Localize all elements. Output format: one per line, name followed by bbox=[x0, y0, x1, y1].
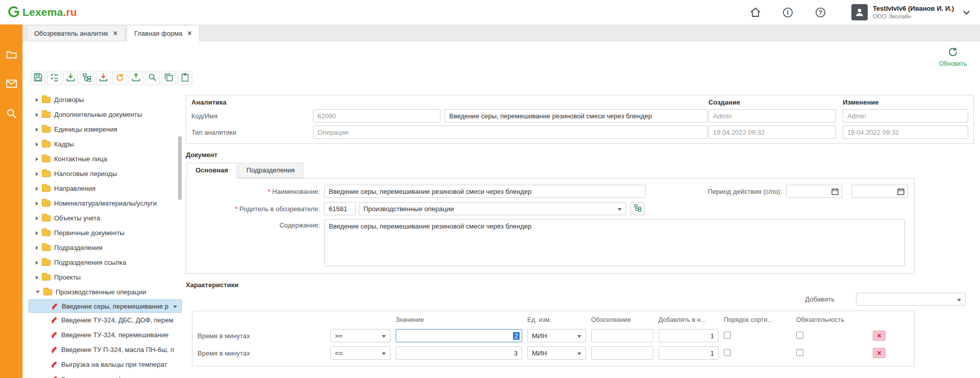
content-textarea[interactable]: Введение серы, перемешивание резиновой с… bbox=[324, 219, 905, 266]
refresh-data-button[interactable] bbox=[112, 71, 127, 85]
sort-order-checkbox[interactable] bbox=[724, 349, 731, 356]
analytics-type-field[interactable]: Операция bbox=[313, 125, 707, 139]
expand-icon[interactable] bbox=[36, 172, 38, 176]
add-to-field[interactable]: 1 bbox=[658, 346, 719, 360]
tree-folder-label: Дополнительные документы bbox=[54, 111, 142, 118]
unit-select[interactable]: МИН bbox=[527, 329, 586, 342]
tree-folder[interactable]: Номенклатура/материалы/услуги bbox=[29, 196, 182, 211]
expand-icon[interactable] bbox=[36, 128, 38, 132]
paste-button[interactable] bbox=[178, 71, 192, 85]
collapse-icon[interactable] bbox=[36, 291, 40, 293]
tab-main[interactable]: Основная bbox=[187, 163, 237, 179]
tasks-icon bbox=[50, 73, 59, 83]
tree-folder[interactable]: Объекты учета bbox=[29, 211, 182, 225]
column-value: Значение bbox=[396, 316, 522, 325]
calendar-icon[interactable] bbox=[831, 188, 839, 197]
import-button[interactable] bbox=[63, 71, 78, 85]
search-icon[interactable] bbox=[5, 107, 18, 119]
tree-item-selected[interactable]: Введение серы, перемешивание р bbox=[29, 299, 182, 313]
expand-icon[interactable] bbox=[36, 246, 38, 250]
tree-folder[interactable]: Подразделения ссылка bbox=[29, 255, 182, 270]
add-to-field[interactable]: 1 bbox=[658, 329, 719, 342]
search-button[interactable] bbox=[145, 71, 160, 85]
created-by-field: Admin bbox=[708, 109, 836, 122]
period-from-field[interactable] bbox=[786, 185, 842, 198]
calendar-icon[interactable] bbox=[897, 188, 904, 197]
copy-button[interactable] bbox=[161, 71, 176, 85]
info-icon[interactable]: i bbox=[781, 5, 795, 19]
operator-select[interactable]: <= bbox=[330, 346, 390, 360]
document-name-field[interactable]: Введение серы, перемешивание резиновой с… bbox=[324, 185, 646, 198]
tree-folder-expanded[interactable]: Производственные операции bbox=[29, 285, 182, 299]
value-field-focused[interactable]: 2 bbox=[396, 329, 522, 342]
lexema-logo[interactable]: Lexema.ru bbox=[7, 5, 77, 20]
tree-item[interactable]: Введение ТУ-324, перемешивание bbox=[29, 327, 182, 342]
tree-folder[interactable]: Подразделения bbox=[29, 240, 182, 255]
tasks-button[interactable] bbox=[47, 71, 62, 85]
home-icon[interactable] bbox=[748, 5, 763, 19]
mail-icon[interactable] bbox=[5, 78, 18, 90]
expand-icon[interactable] bbox=[36, 142, 38, 146]
folder-icon bbox=[42, 127, 51, 133]
delete-icon: × bbox=[877, 332, 881, 339]
export-button[interactable] bbox=[96, 71, 111, 85]
save-button[interactable] bbox=[31, 71, 45, 85]
tree-folder[interactable]: Дополнительные документы bbox=[29, 107, 182, 122]
expand-icon[interactable] bbox=[36, 216, 38, 220]
tree-scrollbar[interactable] bbox=[178, 136, 182, 200]
expand-icon[interactable] bbox=[36, 261, 38, 265]
chevron-down-icon[interactable] bbox=[963, 8, 970, 15]
expand-icon[interactable] bbox=[36, 201, 38, 206]
tree-view-button[interactable] bbox=[80, 71, 94, 85]
delete-row-button[interactable]: × bbox=[873, 331, 886, 341]
tab-main-form[interactable]: Главная форма × bbox=[127, 25, 200, 41]
value-field[interactable]: 3 bbox=[396, 346, 522, 360]
tree-item[interactable]: Введение ТУ П-324, масла ПН-6ш, п bbox=[29, 342, 182, 357]
help-icon[interactable]: ? bbox=[814, 5, 828, 19]
close-icon[interactable]: × bbox=[113, 30, 117, 37]
justification-field[interactable] bbox=[591, 346, 653, 360]
expand-icon[interactable] bbox=[36, 275, 38, 280]
upload-button[interactable] bbox=[129, 71, 143, 85]
row-name: Время в минутах bbox=[198, 332, 325, 340]
expand-icon[interactable] bbox=[36, 98, 38, 102]
delete-row-button[interactable]: × bbox=[873, 348, 886, 358]
name-field[interactable]: Введение серы, перемешивание резиновой с… bbox=[445, 109, 707, 122]
expand-icon[interactable] bbox=[36, 157, 38, 161]
tree-item[interactable]: Введение ТУ-324, ДБС, ДОФ, перем bbox=[29, 313, 182, 327]
tree-folder[interactable]: Договоры bbox=[29, 92, 182, 107]
tree-folder[interactable]: Первичные документы bbox=[29, 225, 182, 240]
tab-divisions[interactable]: Подразделения bbox=[238, 163, 304, 178]
close-icon[interactable]: × bbox=[187, 30, 191, 37]
tree-folder[interactable]: Единицы измерения bbox=[29, 122, 182, 137]
open-tree-button[interactable] bbox=[630, 202, 645, 215]
tree-item[interactable]: Выгрузка на вальцы при температ bbox=[29, 357, 182, 372]
tree-folder[interactable]: Кадры bbox=[29, 137, 182, 152]
user-menu[interactable]: TestIvIvIv6 (Иванов И. И.) ООО Эколайн bbox=[851, 4, 969, 20]
tab-analytics-browser[interactable]: Обозреватель аналитик × bbox=[27, 25, 125, 41]
tree-folder[interactable]: Проекты bbox=[29, 270, 182, 285]
tree-folder-label: Налоговые периоды bbox=[54, 170, 117, 178]
tree-folder[interactable]: Налоговые периоды bbox=[29, 166, 182, 181]
expand-icon[interactable] bbox=[36, 231, 38, 235]
period-to-field[interactable] bbox=[851, 185, 908, 198]
code-field[interactable]: 62080 bbox=[313, 109, 440, 122]
unit-select[interactable]: МИН bbox=[527, 346, 586, 360]
tree-folder[interactable]: Направления bbox=[29, 181, 182, 196]
row-name: Время в минутах bbox=[198, 349, 325, 357]
parent-select[interactable]: Производственные операции bbox=[359, 202, 626, 215]
parent-code-field[interactable]: 61581 bbox=[324, 202, 356, 215]
justification-field[interactable] bbox=[591, 329, 653, 342]
folder-icon[interactable] bbox=[5, 48, 18, 60]
add-characteristic-select[interactable] bbox=[856, 293, 966, 306]
required-checkbox[interactable] bbox=[796, 332, 803, 339]
expand-icon[interactable] bbox=[36, 187, 38, 191]
pencil-icon bbox=[50, 361, 58, 368]
required-checkbox[interactable] bbox=[796, 349, 803, 356]
operator-select[interactable]: >= bbox=[330, 329, 390, 342]
tree-item[interactable]: Загрузка и пластификация каучуков bbox=[29, 372, 182, 378]
sort-order-checkbox[interactable] bbox=[724, 332, 731, 339]
tree-folder[interactable]: Контактные лица bbox=[29, 152, 182, 166]
expand-icon[interactable] bbox=[36, 113, 38, 117]
refresh-button[interactable]: Обновить bbox=[939, 46, 967, 67]
